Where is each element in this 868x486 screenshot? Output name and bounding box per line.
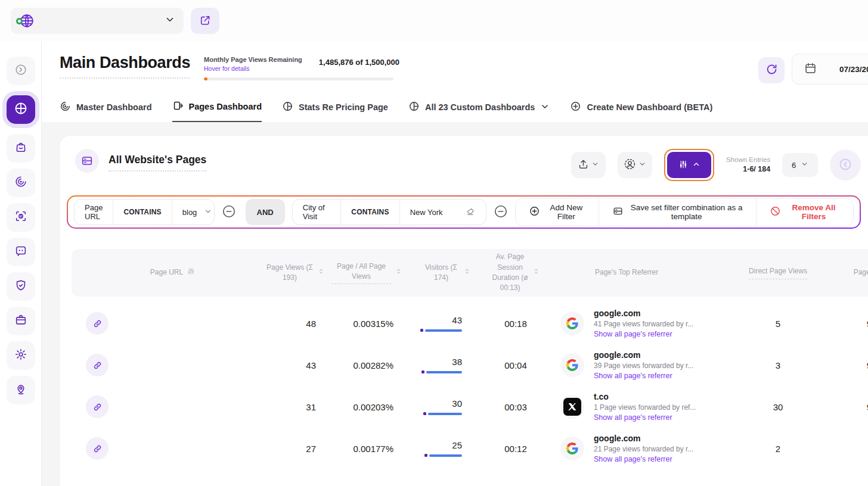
- last-cell: 9: [817, 319, 868, 329]
- page-link-icon[interactable]: [86, 312, 108, 335]
- sidebar-item-privacy[interactable]: [7, 272, 35, 301]
- col-duration[interactable]: Av. Page Session Duration (ø 00:13): [471, 252, 560, 294]
- gear-icon: [14, 348, 27, 363]
- camera-focus-icon: [14, 210, 27, 225]
- filter-toggle-button[interactable]: [667, 152, 711, 178]
- prev-page-button[interactable]: [830, 149, 861, 180]
- filter-2-operator[interactable]: CONTAINS: [341, 200, 399, 225]
- sliders-icon: [678, 159, 689, 172]
- website-selector[interactable]: [11, 8, 184, 34]
- direct-views-cell: 5: [739, 319, 817, 329]
- open-website-button[interactable]: [191, 8, 219, 34]
- table-row[interactable]: 43 0.00282% 38 00:04 google.com39 Page v…: [72, 344, 868, 386]
- sidebar-item-company[interactable]: [7, 307, 35, 335]
- tab-create-new-dashboard[interactable]: Create New Dashboard (BETA): [570, 100, 712, 122]
- remove-filter-2-button[interactable]: [491, 201, 510, 223]
- status-dot-icon: [16, 18, 23, 24]
- export-button[interactable]: [571, 152, 606, 178]
- calendar-icon: [804, 62, 817, 77]
- show-all-referrers-link[interactable]: Show all page's referrer: [594, 372, 693, 380]
- column-sliders-icon[interactable]: [187, 267, 196, 279]
- website-globe-icon: [19, 13, 35, 29]
- direct-views-cell: 3: [739, 360, 817, 370]
- save-table-icon: [612, 205, 624, 219]
- duration-cell: 00:12: [471, 444, 560, 454]
- filter-1: Page URL CONTAINS blog: [74, 199, 215, 225]
- sidebar-item-ecommerce[interactable]: [7, 134, 35, 163]
- audience-button[interactable]: [618, 152, 652, 178]
- tab-custom-dashboards[interactable]: All 23 Custom Dashboards: [408, 100, 550, 122]
- col-direct-page-views[interactable]: Direct Page Views: [739, 266, 817, 279]
- sidebar-item-dashboards[interactable]: [7, 95, 35, 124]
- x-favicon: [560, 395, 584, 419]
- chevron-down-icon: [638, 160, 646, 170]
- visitors-bar: [423, 412, 462, 415]
- google-favicon: [560, 353, 584, 377]
- filter-1-value[interactable]: blog: [172, 200, 215, 225]
- plus-circle-icon: [570, 101, 581, 114]
- page-views-cell: 43: [224, 360, 325, 370]
- col-page-views[interactable]: Page Views (Σ 193): [224, 263, 325, 284]
- sort-icon[interactable]: [395, 267, 402, 278]
- filter-1-operator[interactable]: CONTAINS: [113, 200, 172, 225]
- sidebar-item-recordings[interactable]: [7, 203, 35, 232]
- page-link-icon[interactable]: [86, 395, 108, 418]
- show-all-referrers-link[interactable]: Show all page's referrer: [594, 330, 693, 338]
- page-link-icon[interactable]: [86, 437, 108, 460]
- ratio-cell: 0.00203%: [325, 402, 402, 412]
- col-ratio[interactable]: Page / All Page Views: [325, 261, 402, 285]
- visitors-bar: [420, 329, 462, 332]
- referrer-cell: google.com21 Page views forwarded by r..…: [560, 434, 739, 464]
- page-title: Main Dashboards: [60, 54, 190, 79]
- ratio-cell: 0.00282%: [325, 360, 402, 370]
- add-new-filter-button[interactable]: Add New Filter: [516, 198, 599, 226]
- col-visitors[interactable]: Visitors (Σ 174): [402, 263, 471, 284]
- referrer-cell: t.co1 Page views forwarded by ref...Show…: [560, 392, 739, 422]
- pie-chart-icon: [282, 101, 293, 114]
- chevron-down-icon: [540, 102, 550, 113]
- sidebar-item-feedback[interactable]: [7, 238, 35, 266]
- sidebar-item-collapse[interactable]: [7, 57, 35, 85]
- filter-1-field[interactable]: Page URL: [75, 200, 113, 225]
- refresh-icon: [765, 63, 778, 77]
- date-range-picker[interactable]: 07/23/2020: [792, 54, 868, 85]
- col-page-url[interactable]: Page URL: [122, 267, 224, 279]
- sidebar-item-visitor-map[interactable]: [7, 376, 35, 404]
- tab-master-dashboard[interactable]: Master Dashboard: [60, 100, 152, 122]
- sidebar-item-settings[interactable]: [7, 341, 35, 370]
- shown-entries: Shown Entries 1-6/ 184: [726, 155, 770, 175]
- remove-filter-1-button[interactable]: [219, 201, 238, 223]
- sidebar-item-performance[interactable]: [7, 169, 35, 197]
- last-cell: 9: [817, 402, 868, 412]
- eraser-icon[interactable]: [464, 205, 476, 219]
- show-all-referrers-link[interactable]: Show all page's referrer: [594, 413, 696, 422]
- dashboard-pie-icon: [14, 101, 28, 118]
- filter-2-field[interactable]: City of Visit: [293, 200, 342, 225]
- shopping-bag-icon: [14, 141, 27, 156]
- table-row[interactable]: 48 0.00315% 43 00:18 google.com41 Page v…: [72, 303, 868, 344]
- filter-logic-operator[interactable]: AND: [246, 199, 285, 225]
- pageviews-quota: Monthly Page Views Remaining Hover for d…: [204, 56, 401, 80]
- sort-icon[interactable]: [317, 267, 325, 278]
- table-row[interactable]: 27 0.00177% 25 00:12 google.com21 Page v…: [72, 428, 868, 469]
- show-all-referrers-link[interactable]: Show all page's referrer: [594, 455, 693, 463]
- refresh-button[interactable]: [758, 57, 785, 83]
- sort-icon[interactable]: [532, 267, 540, 278]
- page-size-select[interactable]: 6: [782, 153, 818, 177]
- tab-pages-dashboard[interactable]: Pages Dashboard: [172, 100, 262, 122]
- page-link-icon[interactable]: [86, 354, 108, 376]
- quota-label: Monthly Page Views Remaining: [204, 56, 302, 63]
- duration-cell: 00:18: [471, 319, 560, 329]
- quota-details-link[interactable]: Hover for details: [204, 65, 302, 72]
- save-filter-template-button[interactable]: Save set filter combination as a templat…: [599, 198, 757, 226]
- tab-stats-pricing-page[interactable]: Stats Re Pricing Page: [282, 100, 388, 122]
- sort-icon[interactable]: [463, 267, 471, 278]
- pie-chart-icon: [408, 101, 420, 114]
- app-root: Main Dashboards Monthly Page Views Remai…: [0, 0, 868, 486]
- chevron-down-icon: [165, 14, 175, 27]
- table-header-row: Page URL Page Views (Σ 193) Page / All P…: [72, 249, 868, 297]
- filter-2-value[interactable]: New York: [400, 200, 486, 225]
- table-row[interactable]: 31 0.00203% 30 00:03 t.co1 Page views fo…: [72, 386, 868, 428]
- chevron-down-icon: [801, 160, 808, 170]
- remove-all-filters-button[interactable]: Remove All Filters: [757, 198, 853, 226]
